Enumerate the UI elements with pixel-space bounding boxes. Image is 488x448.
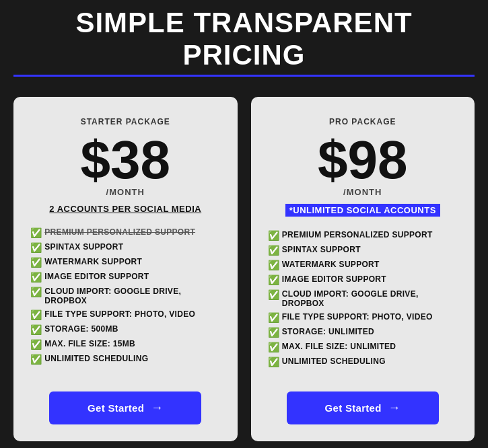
check-icon: ✅ <box>30 339 42 350</box>
check-icon: ✅ <box>30 227 42 238</box>
list-item: ✅UNLIMITED SCHEDULING <box>268 357 458 367</box>
check-icon: ✅ <box>30 257 42 268</box>
list-item: ✅UNLIMITED SCHEDULING <box>30 354 221 365</box>
list-item: ✅FILE TYPE SUPPORT: PHOTO, VIDEO <box>268 312 458 323</box>
feature-text: CLOUD IMPORT: GOOGLE DRIVE, DROPBOX <box>44 287 220 305</box>
list-item: ✅STORAGE: UNLIMITED <box>268 327 458 338</box>
check-icon: ✅ <box>30 324 42 335</box>
list-item: ✅WATERMARK SUPPORT <box>268 260 458 270</box>
list-item: ✅CLOUD IMPORT: GOOGLE DRIVE, DROPBOX <box>268 289 458 308</box>
price-period-starter: /MONTH <box>106 187 145 197</box>
feature-text: UNLIMITED SCHEDULING <box>44 354 148 363</box>
pricing-container: STARTER PACKAGE$38/MONTH2 ACCOUNTS PER S… <box>13 97 475 441</box>
price-period-pro: /MONTH <box>343 187 382 197</box>
price-starter: $38 <box>81 133 170 187</box>
list-item: ✅PREMIUM PERSONALIZED SUPPORT <box>268 230 458 241</box>
button-label: Get Started <box>325 402 382 414</box>
feature-text: PREMIUM PERSONALIZED SUPPORT <box>282 230 433 239</box>
feature-text: STORAGE: 500MB <box>44 324 118 334</box>
package-name-pro: PRO PACKAGE <box>329 117 396 126</box>
feature-text: MAX. FILE SIZE: UNLIMITED <box>282 342 396 351</box>
list-item: ✅IMAGE EDITOR SUPPORT <box>268 274 458 285</box>
check-icon: ✅ <box>30 242 42 253</box>
list-item: ✅FILE TYPE SUPPORT: PHOTO, VIDEO <box>30 309 221 320</box>
feature-text: WATERMARK SUPPORT <box>282 260 380 269</box>
check-icon: ✅ <box>30 287 42 297</box>
check-icon: ✅ <box>268 274 279 285</box>
pricing-card-starter: STARTER PACKAGE$38/MONTH2 ACCOUNTS PER S… <box>13 97 238 441</box>
arrow-icon: → <box>151 401 163 415</box>
accounts-label-starter: 2 ACCOUNTS PER SOCIAL MEDIA <box>49 204 201 214</box>
pricing-card-pro: PRO PACKAGE$98/MONTH*UNLIMITED SOCIAL AC… <box>251 97 475 441</box>
check-icon: ✅ <box>268 357 279 367</box>
feature-text: IMAGE EDITOR SUPPORT <box>282 274 386 284</box>
check-icon: ✅ <box>268 245 279 256</box>
list-item: ✅MAX. FILE SIZE: 15MB <box>30 339 221 350</box>
feature-text: FILE TYPE SUPPORT: PHOTO, VIDEO <box>282 312 433 322</box>
page-title: SIMPLE TRANSPARENT PRICING <box>13 7 475 77</box>
button-label: Get Started <box>88 402 144 414</box>
check-icon: ✅ <box>268 230 279 241</box>
get-started-button-pro[interactable]: Get Started→ <box>287 391 439 424</box>
check-icon: ✅ <box>30 354 42 365</box>
feature-text: STORAGE: UNLIMITED <box>282 327 374 336</box>
list-item: ✅SPINTAX SUPPORT <box>30 242 221 253</box>
list-item: ✅WATERMARK SUPPORT <box>30 257 221 268</box>
get-started-button-starter[interactable]: Get Started→ <box>49 391 201 424</box>
feature-text: MAX. FILE SIZE: 15MB <box>44 339 135 348</box>
package-name-starter: STARTER PACKAGE <box>81 117 170 126</box>
feature-text: CLOUD IMPORT: GOOGLE DRIVE, DROPBOX <box>282 289 458 308</box>
feature-text: WATERMARK SUPPORT <box>44 257 142 266</box>
feature-text: FILE TYPE SUPPORT: PHOTO, VIDEO <box>44 309 195 319</box>
list-item: ✅IMAGE EDITOR SUPPORT <box>30 272 221 283</box>
feature-text: IMAGE EDITOR SUPPORT <box>44 272 149 281</box>
list-item: ✅CLOUD IMPORT: GOOGLE DRIVE, DROPBOX <box>30 287 221 305</box>
price-pro: $98 <box>318 133 407 187</box>
feature-text: UNLIMITED SCHEDULING <box>282 357 386 366</box>
check-icon: ✅ <box>30 272 42 283</box>
features-list-starter: ✅PREMIUM PERSONALIZED SUPPORT✅SPINTAX SU… <box>30 227 221 371</box>
check-icon: ✅ <box>30 309 42 320</box>
features-list-pro: ✅PREMIUM PERSONALIZED SUPPORT✅SPINTAX SU… <box>268 230 458 371</box>
feature-text: PREMIUM PERSONALIZED SUPPORT <box>44 227 195 237</box>
check-icon: ✅ <box>268 260 279 270</box>
list-item: ✅MAX. FILE SIZE: UNLIMITED <box>268 342 458 352</box>
check-icon: ✅ <box>268 327 279 338</box>
check-icon: ✅ <box>268 312 279 323</box>
check-icon: ✅ <box>268 289 279 300</box>
accounts-label-pro: *UNLIMITED SOCIAL ACCOUNTS <box>285 204 440 217</box>
list-item: ✅SPINTAX SUPPORT <box>268 245 458 256</box>
list-item: ✅PREMIUM PERSONALIZED SUPPORT <box>30 227 221 238</box>
arrow-icon: → <box>388 401 400 415</box>
feature-text: SPINTAX SUPPORT <box>44 242 123 252</box>
feature-text: SPINTAX SUPPORT <box>282 245 361 254</box>
check-icon: ✅ <box>268 342 279 352</box>
list-item: ✅STORAGE: 500MB <box>30 324 221 335</box>
